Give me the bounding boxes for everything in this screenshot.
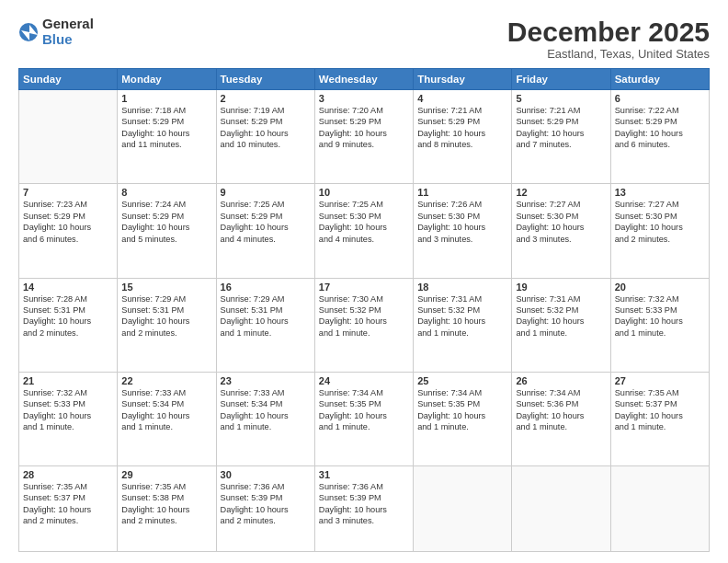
day-cell: 2Sunrise: 7:19 AMSunset: 5:29 PMDaylight…: [216, 90, 314, 184]
day-info: Sunrise: 7:36 AMSunset: 5:39 PMDaylight:…: [221, 481, 311, 527]
week-row-2: 7Sunrise: 7:23 AMSunset: 5:29 PMDaylight…: [19, 184, 710, 278]
logo-blue: Blue: [42, 32, 94, 48]
day-number: 24: [319, 375, 409, 386]
day-info: Sunrise: 7:31 AMSunset: 5:32 PMDaylight:…: [417, 293, 507, 339]
day-header-thursday: Thursday: [414, 69, 512, 90]
day-number: 8: [121, 187, 211, 198]
day-number: 20: [615, 282, 705, 293]
day-number: 16: [221, 282, 311, 293]
day-cell: 15Sunrise: 7:29 AMSunset: 5:31 PMDayligh…: [118, 278, 216, 372]
day-cell: [610, 466, 709, 552]
month-title: December 2025: [507, 17, 710, 47]
day-number: 9: [221, 187, 311, 198]
day-number: 26: [516, 375, 606, 386]
day-number: 10: [319, 187, 409, 198]
day-cell: 28Sunrise: 7:35 AMSunset: 5:37 PMDayligh…: [19, 466, 118, 552]
day-cell: 22Sunrise: 7:33 AMSunset: 5:34 PMDayligh…: [118, 372, 216, 465]
day-cell: 24Sunrise: 7:34 AMSunset: 5:35 PMDayligh…: [314, 372, 413, 465]
day-header-friday: Friday: [512, 69, 610, 90]
day-info: Sunrise: 7:31 AMSunset: 5:32 PMDaylight:…: [516, 293, 606, 339]
day-number: 17: [319, 282, 409, 293]
day-info: Sunrise: 7:23 AMSunset: 5:29 PMDaylight:…: [23, 199, 113, 245]
day-cell: 6Sunrise: 7:22 AMSunset: 5:29 PMDaylight…: [610, 90, 709, 184]
day-cell: 16Sunrise: 7:29 AMSunset: 5:31 PMDayligh…: [216, 278, 314, 372]
day-cell: 3Sunrise: 7:20 AMSunset: 5:29 PMDaylight…: [314, 90, 413, 184]
header: General Blue December 2025 Eastland, Tex…: [18, 17, 710, 61]
day-number: 7: [23, 187, 113, 198]
day-cell: [414, 466, 512, 552]
day-info: Sunrise: 7:21 AMSunset: 5:29 PMDaylight:…: [516, 105, 606, 151]
day-info: Sunrise: 7:20 AMSunset: 5:29 PMDaylight:…: [319, 105, 409, 151]
day-number: 31: [319, 469, 409, 480]
page: General Blue December 2025 Eastland, Tex…: [0, 0, 728, 563]
day-info: Sunrise: 7:35 AMSunset: 5:37 PMDaylight:…: [23, 481, 113, 527]
day-cell: 23Sunrise: 7:33 AMSunset: 5:34 PMDayligh…: [216, 372, 314, 465]
title-block: December 2025 Eastland, Texas, United St…: [507, 17, 710, 61]
day-cell: 20Sunrise: 7:32 AMSunset: 5:33 PMDayligh…: [610, 278, 709, 372]
day-header-tuesday: Tuesday: [216, 69, 314, 90]
day-number: 30: [221, 469, 311, 480]
day-info: Sunrise: 7:35 AMSunset: 5:37 PMDaylight:…: [615, 387, 705, 433]
day-cell: 11Sunrise: 7:26 AMSunset: 5:30 PMDayligh…: [414, 184, 512, 278]
day-info: Sunrise: 7:36 AMSunset: 5:39 PMDaylight:…: [319, 481, 409, 527]
day-cell: 25Sunrise: 7:34 AMSunset: 5:35 PMDayligh…: [414, 372, 512, 465]
calendar-table: SundayMondayTuesdayWednesdayThursdayFrid…: [18, 68, 710, 552]
day-info: Sunrise: 7:34 AMSunset: 5:35 PMDaylight:…: [417, 387, 507, 433]
day-number: 21: [23, 375, 113, 386]
day-header-saturday: Saturday: [610, 69, 709, 90]
day-header-sunday: Sunday: [19, 69, 118, 90]
week-row-4: 21Sunrise: 7:32 AMSunset: 5:33 PMDayligh…: [19, 372, 710, 465]
day-number: 5: [516, 93, 606, 104]
logo-icon: [18, 22, 39, 42]
day-cell: 5Sunrise: 7:21 AMSunset: 5:29 PMDaylight…: [512, 90, 610, 184]
day-cell: 12Sunrise: 7:27 AMSunset: 5:30 PMDayligh…: [512, 184, 610, 278]
day-number: 6: [615, 93, 705, 104]
day-info: Sunrise: 7:24 AMSunset: 5:29 PMDaylight:…: [121, 199, 211, 245]
day-info: Sunrise: 7:26 AMSunset: 5:30 PMDaylight:…: [417, 199, 507, 245]
day-info: Sunrise: 7:34 AMSunset: 5:35 PMDaylight:…: [319, 387, 409, 433]
day-cell: 21Sunrise: 7:32 AMSunset: 5:33 PMDayligh…: [19, 372, 118, 465]
day-cell: 10Sunrise: 7:25 AMSunset: 5:30 PMDayligh…: [314, 184, 413, 278]
day-number: 23: [221, 375, 311, 386]
day-info: Sunrise: 7:29 AMSunset: 5:31 PMDaylight:…: [221, 293, 311, 339]
day-header-wednesday: Wednesday: [314, 69, 413, 90]
day-cell: 8Sunrise: 7:24 AMSunset: 5:29 PMDaylight…: [118, 184, 216, 278]
day-cell: 7Sunrise: 7:23 AMSunset: 5:29 PMDaylight…: [19, 184, 118, 278]
day-cell: 9Sunrise: 7:25 AMSunset: 5:29 PMDaylight…: [216, 184, 314, 278]
day-cell: 26Sunrise: 7:34 AMSunset: 5:36 PMDayligh…: [512, 372, 610, 465]
day-number: 2: [221, 93, 311, 104]
day-cell: 30Sunrise: 7:36 AMSunset: 5:39 PMDayligh…: [216, 466, 314, 552]
day-cell: 31Sunrise: 7:36 AMSunset: 5:39 PMDayligh…: [314, 466, 413, 552]
day-cell: 18Sunrise: 7:31 AMSunset: 5:32 PMDayligh…: [414, 278, 512, 372]
day-info: Sunrise: 7:27 AMSunset: 5:30 PMDaylight:…: [516, 199, 606, 245]
day-info: Sunrise: 7:22 AMSunset: 5:29 PMDaylight:…: [615, 105, 705, 151]
day-number: 13: [615, 187, 705, 198]
day-info: Sunrise: 7:25 AMSunset: 5:29 PMDaylight:…: [221, 199, 311, 245]
day-info: Sunrise: 7:29 AMSunset: 5:31 PMDaylight:…: [121, 293, 211, 339]
location: Eastland, Texas, United States: [507, 47, 710, 61]
day-cell: 29Sunrise: 7:35 AMSunset: 5:38 PMDayligh…: [118, 466, 216, 552]
day-info: Sunrise: 7:18 AMSunset: 5:29 PMDaylight:…: [121, 105, 211, 151]
week-row-3: 14Sunrise: 7:28 AMSunset: 5:31 PMDayligh…: [19, 278, 710, 372]
day-info: Sunrise: 7:35 AMSunset: 5:38 PMDaylight:…: [121, 481, 211, 527]
day-cell: 4Sunrise: 7:21 AMSunset: 5:29 PMDaylight…: [414, 90, 512, 184]
day-cell: 17Sunrise: 7:30 AMSunset: 5:32 PMDayligh…: [314, 278, 413, 372]
day-number: 1: [121, 93, 211, 104]
day-number: 25: [417, 375, 507, 386]
day-cell: [512, 466, 610, 552]
day-number: 29: [121, 469, 211, 480]
logo-general: General: [42, 17, 94, 32]
day-number: 18: [417, 282, 507, 293]
day-cell: 14Sunrise: 7:28 AMSunset: 5:31 PMDayligh…: [19, 278, 118, 372]
logo-text: General Blue: [42, 17, 94, 47]
day-header-monday: Monday: [118, 69, 216, 90]
day-number: 19: [516, 282, 606, 293]
day-info: Sunrise: 7:25 AMSunset: 5:30 PMDaylight:…: [319, 199, 409, 245]
day-info: Sunrise: 7:19 AMSunset: 5:29 PMDaylight:…: [221, 105, 311, 151]
day-cell: 13Sunrise: 7:27 AMSunset: 5:30 PMDayligh…: [610, 184, 709, 278]
day-info: Sunrise: 7:32 AMSunset: 5:33 PMDaylight:…: [615, 293, 705, 339]
day-info: Sunrise: 7:28 AMSunset: 5:31 PMDaylight:…: [23, 293, 113, 339]
day-cell: [19, 90, 118, 184]
day-info: Sunrise: 7:30 AMSunset: 5:32 PMDaylight:…: [319, 293, 409, 339]
day-number: 3: [319, 93, 409, 104]
